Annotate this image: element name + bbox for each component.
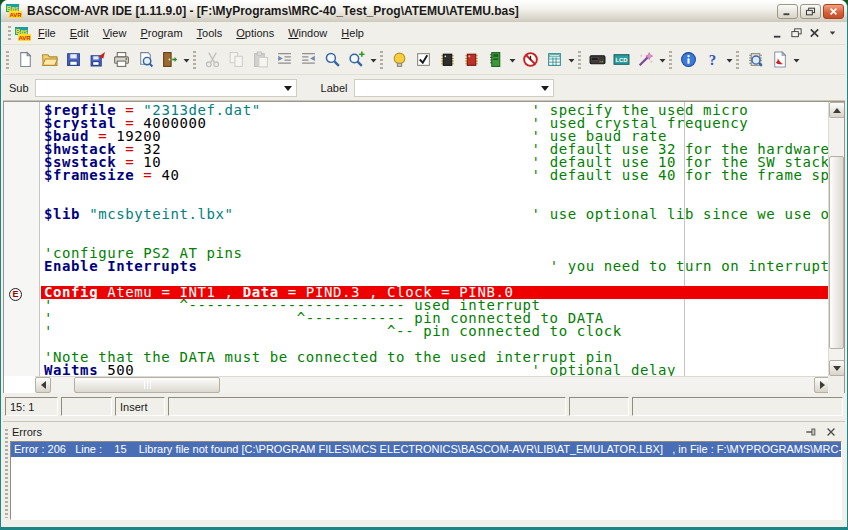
error-marker-icon: E — [9, 288, 22, 301]
scrollbar-corner — [828, 376, 844, 393]
minimize-button[interactable] — [777, 4, 798, 19]
menu-item-tools[interactable]: Tools — [190, 24, 230, 42]
code-line: Enable Interrupts ' you need to turn on … — [44, 260, 828, 273]
print-preview-button[interactable] — [133, 48, 157, 72]
save-file-button[interactable] — [61, 48, 85, 72]
copy-icon — [228, 51, 245, 68]
chevron-down-icon[interactable] — [281, 80, 296, 96]
syntax-check-button[interactable] — [411, 48, 435, 72]
paste-button[interactable] — [248, 48, 272, 72]
lcd-icon: LCD — [613, 51, 630, 68]
horizontal-scrollbar[interactable] — [35, 376, 830, 393]
chevron-down-icon[interactable] — [538, 80, 553, 96]
scroll-down-icon[interactable] — [829, 360, 845, 376]
toolbar-grip[interactable] — [8, 25, 11, 41]
pin-icon[interactable] — [803, 425, 819, 439]
dropdown-caret-button[interactable] — [657, 48, 668, 72]
stop-button[interactable] — [518, 48, 542, 72]
vertical-scrollbar[interactable] — [828, 102, 844, 376]
dropdown-caret-button[interactable] — [791, 48, 802, 72]
toolbar-grip[interactable] — [669, 50, 672, 70]
status-panel — [61, 397, 112, 416]
status-panel: 15: 1 — [5, 397, 58, 416]
paste-icon — [252, 51, 269, 68]
find-next-button[interactable] — [344, 48, 368, 72]
code-line: Waitms 500 ' optional delay — [44, 364, 828, 376]
wizard-button[interactable] — [633, 48, 657, 72]
code-area[interactable]: $regfile = "2313def.dat" ' specify the u… — [41, 102, 828, 376]
vertical-scroll-thumb[interactable] — [829, 156, 844, 349]
mdi-minimize-button[interactable] — [770, 26, 787, 41]
errors-panel: Errors Error : 206 Line : 15 Library fil… — [3, 421, 845, 524]
lcd-button[interactable]: LCD — [609, 48, 633, 72]
menu-item-view[interactable]: View — [96, 24, 134, 42]
toolbar-grip[interactable] — [578, 50, 581, 70]
help-button[interactable]: ? — [700, 48, 724, 72]
save-all-button[interactable] — [85, 48, 109, 72]
exit-icon — [161, 51, 178, 68]
show-result-button[interactable] — [435, 48, 459, 72]
find-button[interactable] — [320, 48, 344, 72]
unindent-button[interactable] — [296, 48, 320, 72]
toolbar-grip[interactable] — [193, 50, 196, 70]
menu-item-edit[interactable]: Edit — [63, 24, 96, 42]
simulator-button[interactable] — [542, 48, 566, 72]
mdi-restore-button[interactable] — [788, 26, 805, 41]
app-window: BasAVR BASCOM-AVR IDE [1.11.9.0] - [F:\M… — [0, 0, 848, 530]
toolbar-grip[interactable] — [736, 50, 739, 70]
toolbar-options-caret-icon[interactable] — [824, 26, 841, 41]
scroll-left-icon[interactable] — [35, 377, 51, 393]
dock-grip[interactable] — [5, 428, 8, 518]
menu-item-options[interactable]: Options — [229, 24, 281, 42]
program-chip-button[interactable] — [459, 48, 483, 72]
toolbar-grip[interactable] — [6, 50, 9, 70]
info-button[interactable] — [676, 48, 700, 72]
dropdown-caret-button[interactable] — [566, 48, 577, 72]
cut-button[interactable] — [200, 48, 224, 72]
dropdown-caret-button[interactable] — [181, 48, 192, 72]
scroll-up-icon[interactable] — [829, 102, 845, 118]
terminal-button[interactable] — [585, 48, 609, 72]
sub-combobox[interactable] — [35, 79, 297, 97]
open-file-button[interactable] — [37, 48, 61, 72]
dropdown-caret-icon — [658, 51, 667, 68]
close-button[interactable] — [823, 4, 844, 19]
code-editor[interactable]: E $regfile = "2313def.dat" ' specify the… — [3, 101, 845, 393]
label-combobox[interactable] — [354, 79, 554, 97]
syntax-check-icon — [415, 51, 432, 68]
report-button[interactable] — [743, 48, 767, 72]
close-panel-icon[interactable] — [823, 425, 839, 439]
menu-bar: BasAVR FileEditViewProgramToolsOptionsWi… — [3, 22, 845, 45]
mdi-close-button[interactable] — [806, 26, 823, 41]
pcb-button[interactable] — [483, 48, 507, 72]
menu-item-help[interactable]: Help — [334, 24, 371, 42]
indent-button[interactable] — [272, 48, 296, 72]
restore-button[interactable] — [800, 4, 821, 19]
dropdown-caret-button[interactable] — [368, 48, 379, 72]
dropdown-caret-icon — [369, 51, 378, 68]
svg-text:AVR: AVR — [18, 35, 31, 41]
print-button[interactable] — [109, 48, 133, 72]
copy-button[interactable] — [224, 48, 248, 72]
exit-button[interactable] — [157, 48, 181, 72]
compile-button[interactable] — [387, 48, 411, 72]
code-line — [44, 221, 828, 234]
svg-text:?: ? — [708, 52, 715, 68]
program-chip-icon — [463, 51, 480, 68]
dropdown-caret-button[interactable] — [507, 48, 518, 72]
pcb-icon — [487, 51, 504, 68]
menu-item-program[interactable]: Program — [133, 24, 189, 42]
document-icon[interactable]: BasAVR — [15, 26, 31, 41]
show-result-icon — [439, 51, 456, 68]
error-row[interactable]: Error : 206 Line : 15 Library file not f… — [11, 442, 841, 457]
code-line: $framesize = 40 ' default use 40 for the… — [44, 169, 828, 182]
pdf-button[interactable] — [767, 48, 791, 72]
dropdown-caret-icon — [792, 51, 801, 68]
menu-item-file[interactable]: File — [31, 24, 63, 42]
new-file-button[interactable] — [13, 48, 37, 72]
save-all-icon — [89, 51, 106, 68]
horizontal-scroll-thumb[interactable] — [74, 377, 220, 393]
menu-item-window[interactable]: Window — [281, 24, 334, 42]
toolbar-grip[interactable] — [380, 50, 383, 70]
dropdown-caret-button[interactable] — [724, 48, 735, 72]
